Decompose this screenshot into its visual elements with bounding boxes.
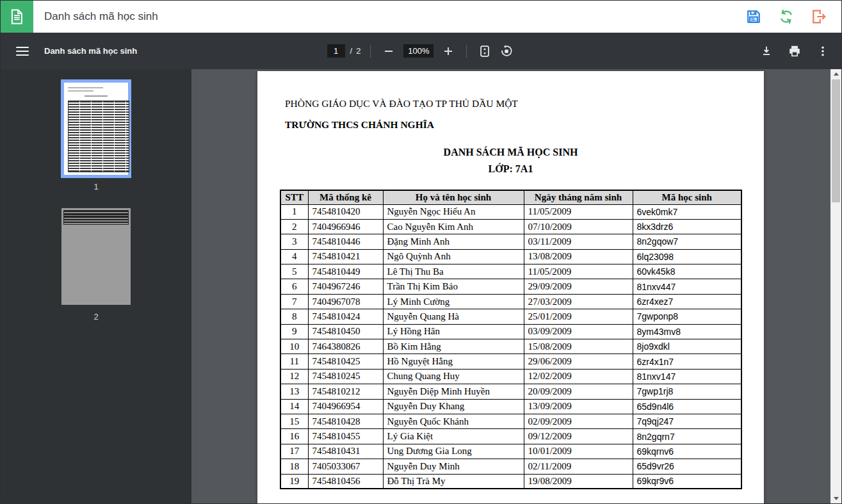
student-code-cell: 7q9qj247 [633, 414, 741, 428]
download-icon[interactable] [758, 43, 775, 60]
column-header: Họ và tên học sinh [383, 190, 524, 204]
name-cell: Chung Quang Huy [383, 369, 524, 384]
app-actions [744, 7, 841, 26]
student-code-cell: 6vek0mk7 [633, 204, 741, 219]
table-row: 197454810456Đỗ Thị Trà My19/08/200969kqr… [280, 474, 741, 489]
print-icon[interactable] [786, 43, 803, 60]
dob-cell: 15/08/2009 [524, 339, 633, 354]
name-cell: Nguyễn Duy Minh [383, 459, 524, 474]
table-row: 77404967078Lý Minh Cường27/03/20096zr4xe… [280, 294, 741, 309]
table-row: 117454810425Hồ Nguyệt Hằng29/06/20096zr4… [280, 354, 741, 369]
dob-cell: 29/09/2009 [524, 279, 633, 294]
name-cell: Đặng Minh Anh [383, 234, 524, 249]
save-icon[interactable] [744, 7, 763, 26]
stt-cell: 11 [280, 354, 308, 369]
pdf-viewer[interactable]: PHÒNG GIÁO DỤC VÀ ĐÀO TẠO TP THỦ DẦU MỘT… [191, 69, 830, 503]
table-row: 37454810446Đặng Minh Anh03/11/20098n2gqo… [280, 234, 741, 249]
name-cell: Ngô Quỳnh Anh [383, 249, 524, 264]
stat-code-cell: 7454810449 [308, 264, 383, 279]
stat-code-cell: 7405033067 [308, 459, 383, 474]
stat-code-cell: 7454810421 [308, 249, 383, 264]
dob-cell: 11/05/2009 [524, 264, 633, 279]
stat-code-cell: 7454810450 [308, 324, 383, 339]
thumbnail-page-1[interactable] [61, 79, 131, 178]
stt-cell: 1 [280, 204, 308, 219]
student-code-cell: 69kqrnv6 [633, 444, 741, 459]
stt-cell: 16 [280, 429, 308, 444]
student-code-cell: 65d9vr26 [633, 459, 741, 474]
student-code-cell: 6zr4xez7 [633, 294, 741, 309]
dob-cell: 09/12/2009 [524, 429, 633, 444]
stat-code-cell: 7454810424 [308, 309, 383, 324]
vertical-scrollbar[interactable] [830, 69, 841, 503]
dob-cell: 10/01/2009 [524, 444, 633, 459]
name-cell: Lý Hồng Hân [383, 324, 524, 339]
stt-cell: 14 [280, 399, 308, 414]
stat-code-cell: 7454810245 [308, 369, 383, 384]
dob-cell: 13/08/2009 [524, 249, 633, 264]
stat-code-cell: 7454810455 [308, 429, 383, 444]
stat-code-cell: 7454810212 [308, 384, 383, 399]
dob-cell: 07/10/2009 [524, 219, 633, 234]
stt-cell: 2 [280, 219, 308, 234]
student-code-cell: 69kqr9v6 [633, 474, 741, 489]
page-title: Danh sách mã học sinh [44, 10, 158, 23]
menu-icon[interactable] [16, 47, 29, 56]
dob-cell: 29/06/2009 [524, 354, 633, 369]
thumbnail-label: 1 [93, 182, 98, 191]
zoom-level[interactable]: 100% [403, 44, 433, 58]
scrollbar-thumb[interactable] [832, 79, 840, 202]
table-row: 127454810245Chung Quang Huy12/02/200981n… [280, 369, 741, 384]
dob-cell: 11/05/2009 [524, 204, 633, 219]
dob-cell: 27/03/2009 [524, 294, 633, 309]
table-row: 87454810424Nguyễn Quang Hà25/01/20097gwp… [280, 309, 741, 324]
table-row: 67404967246Trần Thị Kim Bảo29/09/200981n… [280, 279, 741, 294]
scroll-down-arrow[interactable] [830, 493, 841, 503]
table-row: 27404966946Cao Nguyễn Kim Anh07/10/20098… [280, 219, 741, 234]
scroll-up-arrow[interactable] [830, 69, 841, 79]
zoom-out-icon[interactable] [380, 43, 397, 60]
student-code-cell: 81nxv447 [633, 279, 741, 294]
dob-cell: 13/09/2009 [524, 399, 633, 414]
stat-code-cell: 7454810428 [308, 414, 383, 428]
stat-code-cell: 7454810425 [308, 354, 383, 369]
stat-code-cell: 7454810420 [308, 204, 383, 219]
stat-code-cell: 7454810431 [308, 444, 383, 459]
thumbnail-page-2[interactable] [61, 208, 131, 305]
table-row: 167454810455Lý Gia Kiệt09/12/20098n2gqrn… [280, 429, 741, 444]
table-row: 147404966954Nguyễn Duy Khang13/09/200965… [280, 399, 741, 414]
pdf-page: PHÒNG GIÁO DỤC VÀ ĐÀO TẠO TP THỦ DẦU MỘT… [257, 71, 764, 503]
name-cell: Lê Thị Thu Ba [383, 264, 524, 279]
name-cell: Trần Thị Kim Bảo [383, 279, 524, 294]
doc-title: DANH SÁCH MÃ HỌC SINH [257, 146, 764, 158]
stt-cell: 8 [280, 309, 308, 324]
toolbar-doc-title: Danh sách mã học sinh [44, 46, 137, 56]
stt-cell: 4 [280, 249, 308, 264]
fit-page-icon[interactable] [476, 43, 493, 60]
doc-org-line2: TRƯỜNG THCS CHÁNH NGHĨA [285, 119, 764, 131]
toolbar-right [758, 43, 841, 60]
table-row: 47454810421Ngô Quỳnh Anh13/08/20096lq230… [280, 249, 741, 264]
column-header: STT [280, 190, 308, 204]
app-logo [1, 1, 33, 33]
page-total: 2 [356, 46, 360, 56]
name-cell: Cao Nguyễn Kim Anh [383, 219, 524, 234]
dob-cell: 02/09/2009 [524, 414, 633, 428]
student-code-cell: 7gwp1rj8 [633, 384, 741, 399]
rotate-icon[interactable] [498, 43, 515, 60]
zoom-in-icon[interactable] [440, 43, 457, 60]
refresh-icon[interactable] [777, 7, 796, 26]
content: 1 2 PHÒNG GIÁO DỤC VÀ ĐÀO TẠO TP THỦ DẦU… [1, 69, 841, 503]
pdf-toolbar: Danh sách mã học sinh 1 / 2 100% [1, 33, 841, 69]
stt-cell: 6 [280, 279, 308, 294]
table-row: 177454810431Ung Dương Gia Long10/01/2009… [280, 444, 741, 459]
toolbar-divider [370, 45, 371, 58]
more-vertical-icon[interactable] [814, 43, 831, 60]
student-code-cell: 6lq23098 [633, 249, 741, 264]
student-table: STTMã thống kêHọ và tên học sinhNgày thá… [280, 190, 742, 489]
table-row: 107464380826Bồ Kim Hằng15/08/20098jo9xdk… [280, 339, 741, 354]
exit-icon[interactable] [809, 7, 829, 26]
dob-cell: 12/02/2009 [524, 369, 633, 384]
name-cell: Nguyễn Duy Khang [383, 399, 524, 414]
page-number-input[interactable]: 1 [327, 44, 345, 58]
